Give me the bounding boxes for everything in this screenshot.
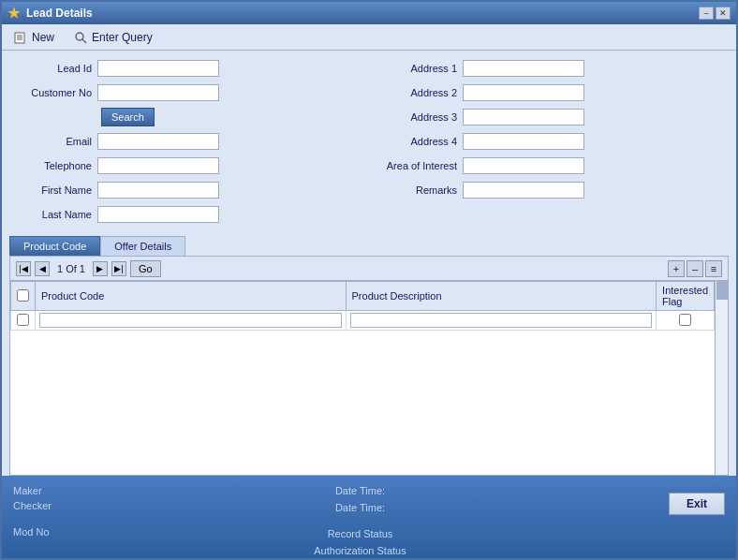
area-of-interest-input[interactable] xyxy=(463,157,584,174)
row-interested-flag-cell xyxy=(657,311,715,331)
remarks-label: Remarks xyxy=(378,184,463,196)
email-input[interactable] xyxy=(97,133,219,150)
address3-label: Address 3 xyxy=(378,111,463,123)
area-of-interest-row: Area of Interest xyxy=(378,155,725,176)
window-title: Lead Details xyxy=(26,7,93,20)
detail-button[interactable]: ≡ xyxy=(705,260,722,277)
prev-page-button[interactable]: ◀ xyxy=(35,261,50,276)
address3-input[interactable] xyxy=(463,109,584,125)
form-right: Address 1 Address 2 Address 3 Address 4 … xyxy=(378,58,725,228)
add-row-button[interactable]: + xyxy=(668,260,685,277)
window-icon xyxy=(7,7,21,20)
title-bar-left: Lead Details xyxy=(7,7,93,20)
last-name-input[interactable] xyxy=(97,206,219,223)
tab-offer-details[interactable]: Offer Details xyxy=(100,236,185,256)
last-name-row: Last Name xyxy=(13,204,360,225)
last-name-label: Last Name xyxy=(13,209,97,220)
datetime1-row: Date Time: xyxy=(335,485,385,496)
status-right: Exit xyxy=(669,481,725,515)
checker-row: Checker xyxy=(13,500,52,511)
exit-button[interactable]: Exit xyxy=(669,493,725,515)
enter-query-label: Enter Query xyxy=(92,31,153,44)
new-icon xyxy=(13,30,28,45)
last-page-button[interactable]: ▶| xyxy=(111,261,126,276)
search-button[interactable]: Search xyxy=(101,108,155,126)
status-bar: Maker Checker Mod No Date Time: Date Tim… xyxy=(2,476,736,558)
first-page-button[interactable]: |◀ xyxy=(16,261,31,276)
tab-product-code[interactable]: Product Code xyxy=(9,236,100,256)
grid-table: Product Code Product Description Interes… xyxy=(10,281,715,331)
grid-container: Product Code Product Description Interes… xyxy=(10,281,728,475)
auth-status-label: Authorization Status xyxy=(314,545,406,556)
svg-line-5 xyxy=(82,39,86,43)
go-button[interactable]: Go xyxy=(130,260,161,277)
grid-actions: + – ≡ xyxy=(668,260,722,277)
address3-row: Address 3 xyxy=(378,107,725,127)
first-name-label: First Name xyxy=(13,184,97,196)
customer-no-row: Customer No xyxy=(13,82,360,103)
maker-row: Maker xyxy=(13,485,52,496)
new-button[interactable]: New xyxy=(9,28,58,47)
row-product-description-cell xyxy=(346,311,657,331)
main-window: Lead Details – ✕ New Enter Query xyxy=(0,0,738,560)
grid-scrollbar[interactable] xyxy=(715,281,728,475)
datetime2-row: Date Time: xyxy=(335,502,385,513)
address4-input[interactable] xyxy=(463,133,584,150)
lead-id-label: Lead Id xyxy=(13,63,97,74)
select-all-checkbox[interactable] xyxy=(17,289,29,302)
tabs-area: Product Code Offer Details xyxy=(9,236,729,256)
address1-row: Address 1 xyxy=(378,58,725,79)
toolbar: New Enter Query xyxy=(2,24,736,51)
address4-label: Address 4 xyxy=(378,136,463,147)
header-product-code: Product Code xyxy=(36,282,347,311)
customer-no-input[interactable] xyxy=(97,84,219,101)
address1-input[interactable] xyxy=(463,60,584,77)
content-area: Lead Id Customer No Search Email Telepho… xyxy=(2,51,736,476)
minimize-button[interactable]: – xyxy=(699,7,714,20)
next-page-button[interactable]: ▶ xyxy=(93,261,108,276)
close-button[interactable]: ✕ xyxy=(716,7,731,20)
form-section: Lead Id Customer No Search Email Telepho… xyxy=(2,51,736,236)
maker-label: Maker xyxy=(13,485,42,496)
status-left: Maker Checker Mod No xyxy=(13,481,52,538)
svg-point-4 xyxy=(76,33,83,40)
telephone-input[interactable] xyxy=(97,157,219,174)
auth-status-row: Authorization Status xyxy=(314,545,406,556)
remarks-row: Remarks xyxy=(378,180,725,200)
page-info: 1 Of 1 xyxy=(57,263,85,274)
remarks-input[interactable] xyxy=(463,182,584,199)
grid-body xyxy=(11,311,715,331)
lead-id-row: Lead Id xyxy=(13,58,360,79)
email-label: Email xyxy=(13,136,97,147)
enter-query-button[interactable]: Enter Query xyxy=(69,28,156,47)
checker-label: Checker xyxy=(13,500,52,511)
remove-row-button[interactable]: – xyxy=(686,260,703,277)
datetime2-label: Date Time: xyxy=(335,502,385,513)
telephone-label: Telephone xyxy=(13,160,97,171)
datetime1-label: Date Time: xyxy=(335,485,385,496)
row-product-code-cell xyxy=(36,311,347,331)
address2-input[interactable] xyxy=(463,84,584,101)
grid-toolbar: |◀ ◀ 1 Of 1 ▶ ▶| Go + – ≡ xyxy=(10,257,728,281)
email-row: Email xyxy=(13,131,360,152)
area-of-interest-label: Area of Interest xyxy=(378,160,463,171)
enter-query-icon xyxy=(73,30,88,45)
first-name-input[interactable] xyxy=(97,182,219,199)
address4-row: Address 4 xyxy=(378,131,725,152)
address2-row: Address 2 xyxy=(378,82,725,103)
grid-nav: |◀ ◀ 1 Of 1 ▶ ▶| Go xyxy=(16,260,161,277)
telephone-row: Telephone xyxy=(13,155,360,176)
row-interested-flag-checkbox[interactable] xyxy=(679,314,691,326)
form-left: Lead Id Customer No Search Email Telepho… xyxy=(13,58,360,228)
row-checkbox[interactable] xyxy=(17,314,29,326)
first-name-row: First Name xyxy=(13,180,360,200)
header-interested-flag: Interested Flag xyxy=(657,282,715,311)
row-check-cell xyxy=(11,311,36,331)
row-product-description-input[interactable] xyxy=(350,313,653,328)
lead-id-input[interactable] xyxy=(97,60,219,77)
tab-content: |◀ ◀ 1 Of 1 ▶ ▶| Go + – ≡ xyxy=(9,256,729,476)
title-bar: Lead Details – ✕ xyxy=(2,2,736,24)
new-label: New xyxy=(32,31,54,44)
grid-header: Product Code Product Description Interes… xyxy=(11,282,715,311)
row-product-code-input[interactable] xyxy=(39,313,342,328)
